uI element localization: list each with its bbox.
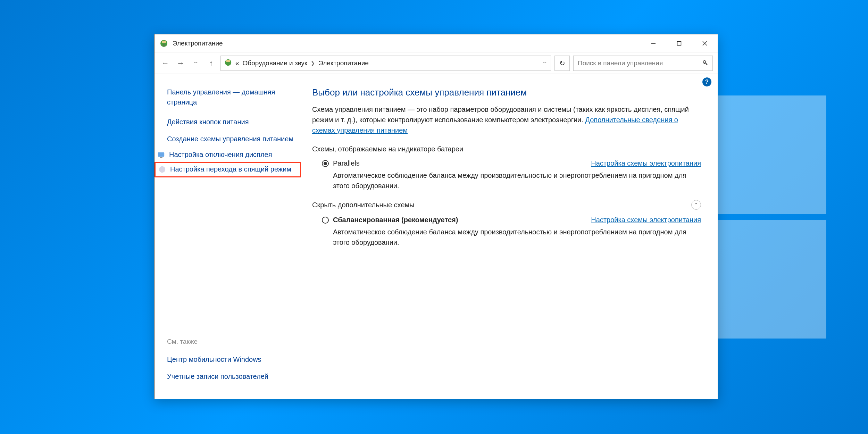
moon-icon [158,165,167,174]
plan-description: Автоматическое соблюдение баланса между … [322,224,701,248]
plan-name: Сбалансированная (рекомендуется) [333,216,458,224]
power-plan-parallels: Parallels Настройка схемы электропитания… [312,159,701,200]
radio-balanced[interactable] [322,217,329,224]
section-battery-plans: Схемы, отображаемые на индикаторе батаре… [312,145,701,153]
control-panel-home-link[interactable]: Панель управления — домашняя страница [167,84,304,114]
chevron-down-icon[interactable]: ﹀ [542,60,547,66]
svg-rect-2 [163,44,165,47]
svg-rect-8 [226,60,230,62]
sidebar-item-create-plan[interactable]: Создание схемы управления питанием [167,131,304,148]
plan-description: Автоматическое соблюдение баланса между … [322,167,701,191]
power-options-icon [159,39,168,48]
see-also-user-accounts[interactable]: Учетные записи пользователей [167,368,304,385]
svg-rect-1 [162,41,166,43]
page-heading: Выбор или настройка схемы управления пит… [312,87,701,98]
power-options-icon [224,59,232,68]
recent-dropdown[interactable]: ﹀ [190,57,202,69]
change-plan-settings-link[interactable]: Настройка схемы электропитания [591,159,701,167]
navigation-bar: ← → ﹀ ↑ « Оборудование и звук ❯ Электроп… [155,52,718,74]
search-placeholder: Поиск в панели управления [578,59,663,67]
plan-name: Parallels [333,159,360,167]
control-panel-window: Электропитание ← → ﹀ ↑ « Оборудование и … [154,34,718,399]
power-plan-balanced: Сбалансированная (рекомендуется) Настрой… [312,216,701,257]
close-button[interactable] [692,34,718,52]
back-button[interactable]: ← [159,57,171,69]
chevron-right-icon[interactable]: ❯ [311,60,315,66]
help-button[interactable]: ? [702,77,711,86]
breadcrumb-prefix: « [235,59,239,67]
sidebar-item-sleep-settings[interactable]: Настройка перехода в спящий режим [155,162,301,177]
collapse-icon[interactable]: ⌃ [691,200,701,210]
sidebar-item-display-off[interactable]: Настройка отключения дисплея [155,148,304,162]
change-plan-settings-link[interactable]: Настройка схемы электропитания [591,216,701,224]
see-also-header: См. также [167,338,304,345]
main-content: Выбор или настройка схемы управления пит… [304,74,718,399]
svg-rect-9 [158,152,164,157]
sidebar-item-button-actions[interactable]: Действия кнопок питания [167,114,304,131]
maximize-button[interactable] [666,34,692,52]
svg-rect-10 [160,157,162,158]
up-button[interactable]: ↑ [205,57,217,69]
window-title: Электропитание [173,40,223,47]
radio-parallels[interactable] [322,160,329,167]
see-also-mobility-center[interactable]: Центр мобильности Windows [167,351,304,368]
page-description: Схема управления питанием — это набор па… [312,104,701,135]
monitor-icon [157,150,166,159]
section-hide-additional[interactable]: Скрыть дополнительные схемы ⌃ [312,200,701,210]
search-input[interactable]: Поиск в панели управления 🔍︎ [573,56,713,71]
refresh-button[interactable]: ↻ [554,56,570,71]
titlebar: Электропитание [155,34,718,52]
svg-rect-4 [677,41,681,45]
forward-button[interactable]: → [175,57,186,69]
sidebar: Панель управления — домашняя страница Де… [155,74,304,399]
svg-point-11 [159,166,165,173]
minimize-button[interactable] [641,34,666,52]
breadcrumb-item[interactable]: Электропитание [318,59,369,67]
breadcrumb-item[interactable]: Оборудование и звук [243,59,308,67]
search-icon: 🔍︎ [702,59,708,67]
address-bar[interactable]: « Оборудование и звук ❯ Электропитание ﹀ [220,56,551,71]
